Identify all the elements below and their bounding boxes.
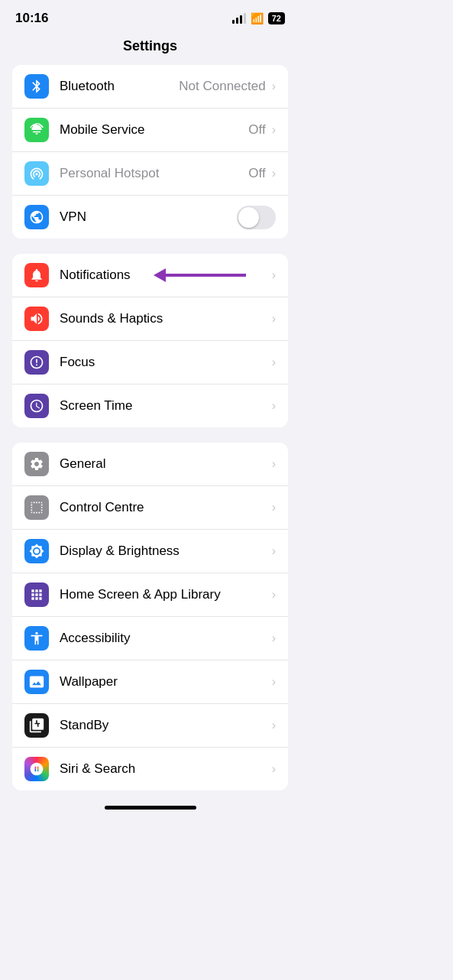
accessibility-row[interactable]: Accessibility ›	[12, 617, 288, 660]
hotspot-value: Off	[248, 166, 265, 181]
control-label: Control Centre	[60, 500, 272, 515]
notifications-icon	[24, 263, 49, 287]
control-centre-row[interactable]: Control Centre ›	[12, 486, 288, 530]
control-chevron: ›	[272, 501, 276, 514]
hotspot-chevron: ›	[272, 167, 276, 180]
general-label: General	[60, 456, 272, 472]
more-settings-section: General › Control Centre › Display & Bri…	[12, 443, 288, 790]
display-icon	[24, 539, 49, 563]
hotspot-icon	[24, 161, 49, 186]
sounds-label: Sounds & Haptics	[60, 311, 272, 326]
status-icons: 📶 72	[232, 12, 285, 24]
accessibility-chevron: ›	[272, 631, 276, 645]
general-icon	[24, 452, 49, 476]
mobile-service-row[interactable]: Mobile Service Off ›	[12, 109, 288, 152]
focus-row[interactable]: Focus ›	[12, 341, 288, 385]
home-indicator	[105, 806, 196, 810]
standby-chevron: ›	[272, 719, 276, 732]
bluetooth-label: Bluetooth	[60, 79, 179, 94]
mobile-label: Mobile Service	[60, 122, 248, 138]
bluetooth-chevron: ›	[272, 80, 276, 93]
standby-label: StandBy	[60, 718, 272, 733]
siri-row[interactable]: Siri & Search ›	[12, 748, 288, 790]
bluetooth-value: Not Connected	[179, 79, 265, 94]
notifications-chevron: ›	[272, 268, 276, 282]
status-time: 10:16	[15, 11, 48, 26]
bluetooth-icon	[24, 74, 49, 99]
screentime-row[interactable]: Screen Time ›	[12, 385, 288, 427]
accessibility-icon	[24, 626, 49, 651]
focus-icon	[24, 350, 49, 375]
display-label: Display & Brightness	[60, 544, 272, 559]
battery-indicator: 72	[268, 12, 285, 24]
standby-row[interactable]: StandBy ›	[12, 704, 288, 748]
accessibility-label: Accessibility	[60, 631, 272, 646]
sounds-row[interactable]: Sounds & Haptics ›	[12, 297, 288, 341]
wallpaper-chevron: ›	[272, 675, 276, 689]
status-bar: 10:16 📶 72	[0, 0, 300, 32]
screentime-label: Screen Time	[60, 398, 272, 414]
display-chevron: ›	[272, 544, 276, 558]
siri-icon	[24, 757, 49, 781]
wallpaper-label: Wallpaper	[60, 674, 272, 690]
hotspot-row[interactable]: Personal Hotspot Off ›	[12, 152, 288, 196]
bluetooth-row[interactable]: Bluetooth Not Connected ›	[12, 65, 288, 109]
nav-header: Settings	[0, 32, 300, 65]
vpn-label: VPN	[60, 209, 237, 225]
homescreen-row[interactable]: Home Screen & App Library ›	[12, 573, 288, 617]
control-icon	[24, 495, 49, 520]
general-chevron: ›	[272, 457, 276, 471]
homescreen-chevron: ›	[272, 588, 276, 602]
vpn-toggle-knob	[238, 207, 259, 228]
vpn-icon	[24, 205, 49, 229]
wifi-icon: 📶	[251, 12, 264, 24]
signal-icon	[232, 13, 246, 24]
notifications-label: Notifications	[60, 268, 272, 283]
wallpaper-icon	[24, 670, 49, 694]
mobile-icon	[24, 118, 49, 142]
vpn-toggle[interactable]	[237, 206, 276, 229]
focus-chevron: ›	[272, 355, 276, 369]
general-row[interactable]: General ›	[12, 443, 288, 486]
hotspot-label: Personal Hotspot	[60, 166, 248, 181]
connectivity-section: Bluetooth Not Connected › Mobile Service…	[12, 65, 288, 239]
screentime-icon	[24, 394, 49, 418]
siri-chevron: ›	[272, 762, 276, 776]
mobile-value: Off	[248, 122, 265, 138]
notifications-section: Notifications › Sounds & Haptics › Focus…	[12, 254, 288, 427]
mobile-chevron: ›	[272, 123, 276, 137]
standby-icon	[24, 713, 49, 738]
sounds-icon	[24, 307, 49, 331]
sounds-chevron: ›	[272, 312, 276, 326]
vpn-row[interactable]: VPN	[12, 196, 288, 239]
focus-label: Focus	[60, 355, 272, 370]
wallpaper-row[interactable]: Wallpaper ›	[12, 660, 288, 704]
notifications-row[interactable]: Notifications ›	[12, 254, 288, 297]
screentime-chevron: ›	[272, 399, 276, 413]
homescreen-icon	[24, 582, 49, 607]
homescreen-label: Home Screen & App Library	[60, 587, 272, 602]
page-title: Settings	[123, 38, 177, 54]
siri-label: Siri & Search	[60, 761, 272, 777]
display-row[interactable]: Display & Brightness ›	[12, 530, 288, 573]
